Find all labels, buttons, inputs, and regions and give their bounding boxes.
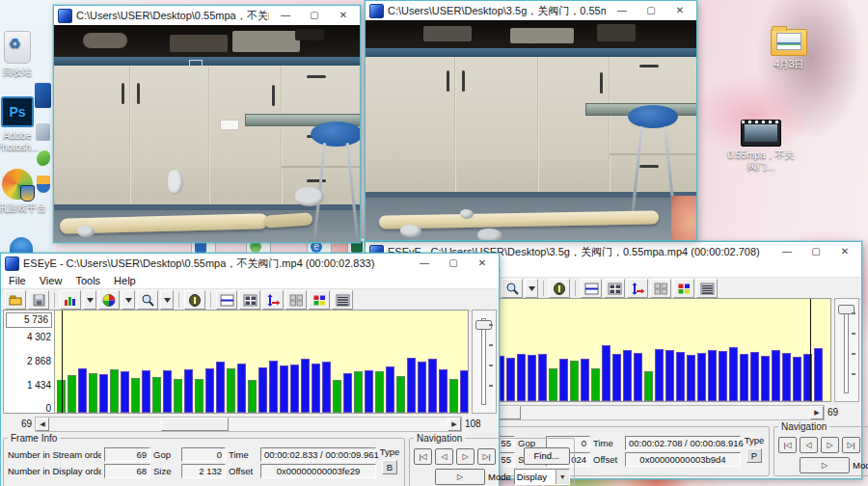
last-frame-button[interactable]: ▷|	[477, 448, 496, 465]
frame-bar[interactable]	[772, 350, 780, 401]
chart-cursor[interactable]	[62, 310, 63, 413]
info-icon[interactable]	[184, 290, 205, 310]
frame-bar[interactable]	[528, 355, 536, 401]
frame-bar[interactable]	[396, 376, 405, 413]
frame-bar[interactable]	[290, 364, 299, 413]
axes-icon[interactable]	[627, 279, 648, 298]
menu-tools[interactable]: Tools	[75, 275, 100, 286]
frame-bar[interactable]	[131, 378, 140, 413]
desktop-icon-folder[interactable]: 4月3日	[758, 29, 820, 70]
close-button[interactable]: ✕	[832, 242, 857, 261]
frame-bar[interactable]	[644, 371, 653, 401]
video-frame[interactable]	[366, 20, 696, 240]
first-frame-button[interactable]: |◁	[414, 448, 432, 465]
frame-bar[interactable]	[549, 368, 557, 401]
frame-bar[interactable]	[269, 361, 278, 413]
open-icon[interactable]	[5, 290, 26, 310]
close-button[interactable]: ✕	[331, 6, 356, 25]
color-scheme-dropdown-icon[interactable]	[122, 290, 135, 310]
frame-bar[interactable]	[258, 367, 267, 413]
frame-bar[interactable]	[719, 351, 727, 401]
frame-bar[interactable]	[227, 368, 235, 413]
frame-bar[interactable]	[365, 370, 373, 413]
frame-bar[interactable]	[761, 356, 770, 401]
scroll-right-button[interactable]: ▶	[448, 418, 461, 431]
maximize-button[interactable]: ▢	[302, 6, 327, 25]
frame-bar[interactable]	[740, 354, 748, 401]
frame-bar[interactable]	[623, 350, 632, 401]
frame-bar[interactable]	[665, 350, 674, 401]
frame-bar[interactable]	[559, 359, 568, 401]
first-frame-button[interactable]: |◁	[778, 437, 797, 453]
frame-bar[interactable]	[687, 355, 695, 401]
split-horizontal-icon[interactable]	[216, 290, 237, 310]
chart-view-dropdown-icon[interactable]	[83, 290, 96, 310]
maximize-button[interactable]: ▢	[638, 1, 664, 20]
frame-bar[interactable]	[814, 348, 823, 401]
frame-bar[interactable]	[460, 370, 469, 413]
frame-bar[interactable]	[163, 370, 172, 413]
frame-bar[interactable]	[375, 371, 384, 413]
frame-bar[interactable]	[602, 345, 610, 401]
frame-bar[interactable]	[322, 362, 331, 413]
split-grid-icon[interactable]	[604, 279, 625, 298]
chart-view-icon[interactable]	[60, 290, 81, 310]
zoom-tool-icon[interactable]	[502, 279, 523, 298]
frame-bar[interactable]	[750, 352, 759, 401]
frame-bar[interactable]	[195, 379, 203, 413]
frame-bar[interactable]	[121, 371, 129, 413]
frame-bar[interactable]	[174, 379, 182, 413]
frame-bar[interactable]	[655, 349, 664, 401]
frame-bar[interactable]	[676, 352, 685, 401]
frame-bar[interactable]	[793, 357, 801, 401]
frame-size-chart[interactable]	[55, 310, 469, 414]
frame-bar[interactable]	[782, 353, 791, 401]
scroll-right-button[interactable]: ▶	[810, 406, 824, 419]
frame-bar[interactable]	[248, 380, 257, 413]
panes-icon[interactable]	[285, 290, 307, 310]
frame-bar[interactable]	[343, 373, 352, 413]
maximize-button[interactable]: ▢	[441, 254, 466, 273]
prev-frame-button[interactable]: ◁	[435, 448, 453, 465]
frame-bar[interactable]	[110, 369, 119, 413]
zoom-tool-icon[interactable]	[137, 290, 158, 310]
frame-bar[interactable]	[517, 354, 526, 401]
axes-icon[interactable]	[262, 290, 284, 310]
frame-bar[interactable]	[152, 377, 161, 413]
frame-bar[interactable]	[333, 380, 341, 413]
frame-bar[interactable]	[538, 354, 547, 401]
save-icon[interactable]	[28, 290, 49, 310]
frame-bar[interactable]	[184, 369, 193, 413]
frame-bar[interactable]	[591, 368, 600, 401]
frame-bar[interactable]	[407, 358, 416, 413]
mode-select[interactable]: Display ▼	[514, 469, 570, 485]
frame-bar[interactable]	[428, 359, 437, 413]
frame-bar[interactable]	[237, 364, 246, 413]
frame-bar[interactable]	[301, 359, 310, 413]
zoom-slider[interactable]	[472, 310, 497, 414]
play-button[interactable]: ▷	[800, 457, 850, 473]
frame-bar[interactable]	[89, 373, 97, 413]
menu-view[interactable]: View	[40, 275, 63, 286]
maximize-button[interactable]: ▢	[803, 242, 828, 261]
frame-bar[interactable]	[386, 366, 394, 413]
close-button[interactable]: ✕	[470, 254, 495, 273]
find-button[interactable]: Find...	[524, 447, 570, 465]
frame-bar[interactable]	[280, 365, 288, 413]
colored-squares-icon[interactable]	[309, 290, 330, 310]
minimize-button[interactable]: —	[273, 6, 298, 25]
minimize-button[interactable]: —	[610, 1, 635, 20]
frame-bar[interactable]	[439, 369, 448, 413]
rows-icon[interactable]	[332, 290, 353, 310]
frame-bar[interactable]	[99, 374, 108, 413]
minimize-button[interactable]: —	[774, 242, 800, 261]
zoom-dropdown-icon[interactable]	[160, 290, 174, 310]
frame-bar[interactable]	[697, 353, 706, 401]
desktop-icon-video-file[interactable]: 0.55mpa，不关阀门...	[725, 120, 797, 173]
horizontal-scrollbar[interactable]: ◀ ▶	[35, 417, 462, 432]
next-frame-button[interactable]: ▷	[456, 448, 475, 465]
panes-icon[interactable]	[650, 279, 671, 298]
frame-bar[interactable]	[354, 371, 363, 413]
color-scheme-icon[interactable]	[98, 290, 120, 310]
split-horizontal-icon[interactable]	[581, 279, 602, 298]
